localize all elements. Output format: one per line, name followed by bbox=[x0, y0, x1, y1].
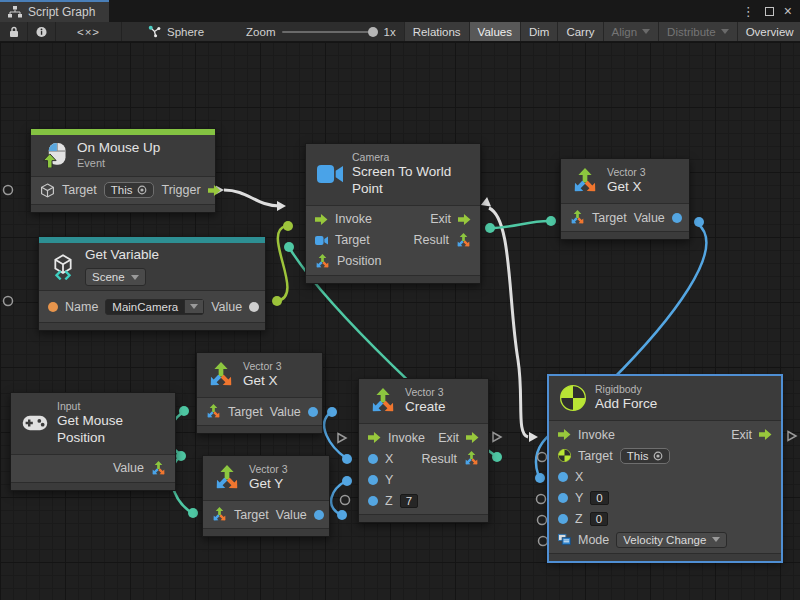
object-picker-icon[interactable] bbox=[653, 451, 663, 461]
float-output-port[interactable] bbox=[308, 407, 318, 417]
value-label: Value bbox=[270, 405, 301, 419]
flow-output-port[interactable] bbox=[458, 213, 471, 226]
info-button[interactable] bbox=[28, 22, 56, 41]
vector3-icon bbox=[370, 388, 396, 414]
node-footer bbox=[11, 482, 175, 490]
node-get-x-top[interactable]: Vector 3 Get X Target Value bbox=[560, 158, 690, 240]
variable-scope-dropdown[interactable]: Scene bbox=[85, 268, 146, 286]
rigidbody-port[interactable] bbox=[558, 449, 571, 462]
tab-script-graph[interactable]: Script Graph bbox=[0, 0, 109, 22]
camera-port[interactable] bbox=[315, 234, 328, 247]
gamepad-icon bbox=[22, 410, 48, 436]
lock-icon bbox=[9, 26, 19, 38]
node-row: Invoke Exit bbox=[368, 427, 479, 448]
maximize-icon[interactable] bbox=[765, 7, 774, 16]
value-label: Value bbox=[276, 508, 307, 522]
distribute-button[interactable]: Distribute bbox=[658, 22, 737, 41]
carry-label: Carry bbox=[566, 26, 594, 38]
float-port[interactable] bbox=[558, 514, 568, 524]
object-picker-icon[interactable] bbox=[137, 185, 147, 195]
node-row: Y 0 bbox=[558, 487, 772, 508]
node-screen-to-world-point[interactable]: Camera Screen To World Point Invoke Exit… bbox=[305, 143, 481, 284]
float-port[interactable] bbox=[368, 454, 378, 464]
object-output-port[interactable] bbox=[249, 302, 259, 312]
node-get-variable[interactable]: Get Variable Scene Name MainCamera Value bbox=[38, 236, 266, 331]
vector3-output-port[interactable] bbox=[456, 233, 471, 248]
vector3-port[interactable] bbox=[212, 507, 227, 522]
vector3-port[interactable] bbox=[315, 254, 330, 269]
y-value-field[interactable]: 0 bbox=[590, 491, 608, 505]
exit-label: Exit bbox=[731, 428, 752, 442]
trigger-label: Trigger bbox=[161, 183, 200, 197]
flow-input-port[interactable] bbox=[368, 431, 381, 444]
gameobject-port[interactable] bbox=[40, 183, 55, 198]
dropdown-arrow-icon bbox=[131, 275, 139, 280]
node-row: X bbox=[558, 466, 772, 487]
flow-input-port[interactable] bbox=[315, 213, 328, 226]
flow-output-port[interactable] bbox=[759, 428, 772, 441]
variable-name-value: MainCamera bbox=[112, 301, 178, 313]
node-row: Target This bbox=[558, 445, 772, 466]
string-port[interactable] bbox=[48, 302, 58, 312]
target-label: Target bbox=[62, 183, 97, 197]
node-on-mouse-up[interactable]: On Mouse Up Event Target This Trigger bbox=[30, 128, 216, 213]
zoom-slider[interactable] bbox=[282, 31, 378, 33]
align-button[interactable]: Align bbox=[603, 22, 659, 41]
y-label: Y bbox=[575, 491, 583, 505]
carry-button[interactable]: Carry bbox=[557, 22, 602, 41]
zoom-control: Zoom 1x bbox=[238, 22, 404, 41]
node-row: Z 7 bbox=[368, 490, 479, 511]
overview-button[interactable]: Overview bbox=[737, 22, 800, 41]
toolbar-right-group: Relations Values Dim Carry Align Distrib… bbox=[404, 22, 800, 41]
node-footer bbox=[39, 322, 265, 330]
code-view-button[interactable]: <×> bbox=[56, 22, 122, 41]
node-vector3-create[interactable]: Vector 3 Create Invoke Exit X Result Y bbox=[358, 378, 489, 523]
flow-input-port[interactable] bbox=[558, 428, 571, 441]
node-row: Target Value bbox=[212, 504, 320, 525]
node-row: Target This Trigger bbox=[40, 180, 206, 201]
values-button[interactable]: Values bbox=[469, 22, 520, 41]
node-category: Vector 3 bbox=[243, 360, 282, 373]
enum-port[interactable] bbox=[558, 533, 571, 546]
float-port[interactable] bbox=[368, 475, 378, 485]
variable-name-dropdown[interactable]: MainCamera bbox=[105, 299, 204, 315]
relations-button[interactable]: Relations bbox=[404, 22, 469, 41]
z-value-field[interactable]: 0 bbox=[590, 512, 608, 526]
float-port[interactable] bbox=[368, 496, 378, 506]
lock-button[interactable] bbox=[0, 22, 28, 41]
menu-icon[interactable]: ⋮ bbox=[742, 4, 755, 19]
close-icon[interactable]: × bbox=[784, 3, 792, 19]
dim-button[interactable]: Dim bbox=[520, 22, 557, 41]
mode-dropdown[interactable]: Velocity Change bbox=[616, 532, 727, 548]
node-add-force[interactable]: Rigidbody Add Force Invoke Exit Target T… bbox=[548, 375, 782, 562]
node-get-y[interactable]: Vector 3 Get Y Target Value bbox=[202, 455, 330, 537]
script-graph-window: Script Graph ⋮ × <×> Sphere Zoom bbox=[0, 0, 800, 600]
node-title: Get Mouse Position bbox=[57, 413, 164, 447]
vector3-output-port[interactable] bbox=[464, 451, 479, 466]
node-category: Vector 3 bbox=[405, 386, 446, 399]
this-object-field[interactable]: This bbox=[620, 448, 671, 464]
float-port[interactable] bbox=[558, 493, 568, 503]
float-output-port[interactable] bbox=[672, 213, 682, 223]
vector3-port[interactable] bbox=[570, 210, 585, 225]
node-get-x-mid[interactable]: Vector 3 Get X Target Value bbox=[196, 352, 323, 434]
dropdown-arrow-icon bbox=[712, 537, 720, 542]
node-row: Value bbox=[20, 458, 166, 479]
node-footer bbox=[549, 553, 781, 561]
zoom-slider-knob[interactable] bbox=[368, 27, 378, 37]
this-object-field[interactable]: This bbox=[104, 182, 155, 198]
vector3-output-port[interactable] bbox=[151, 461, 166, 476]
dropdown-button[interactable] bbox=[184, 300, 203, 313]
vector3-port[interactable] bbox=[206, 404, 221, 419]
float-output-port[interactable] bbox=[314, 510, 324, 520]
node-get-mouse-position[interactable]: Input Get Mouse Position Value bbox=[10, 392, 176, 491]
flow-output-port[interactable] bbox=[466, 431, 479, 444]
graph-breadcrumb[interactable]: Sphere bbox=[140, 22, 212, 41]
graph-icon bbox=[8, 6, 22, 18]
z-value-field[interactable]: 7 bbox=[400, 494, 418, 508]
node-title: Get Variable bbox=[85, 247, 159, 264]
node-title: Get X bbox=[607, 179, 646, 196]
flow-output-port[interactable] bbox=[208, 184, 221, 197]
this-label: This bbox=[627, 450, 649, 462]
float-port[interactable] bbox=[558, 472, 568, 482]
